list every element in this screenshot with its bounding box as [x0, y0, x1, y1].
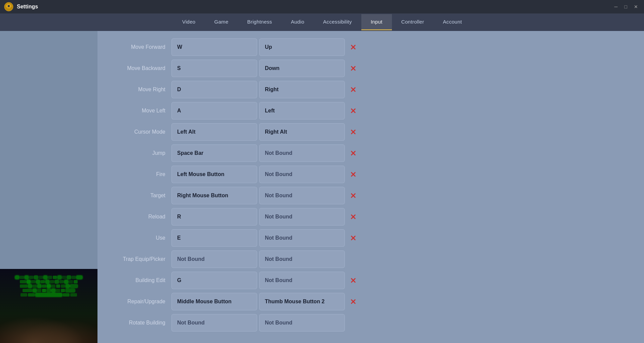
- no-clear-spacer: [347, 253, 360, 266]
- key-bindings: Left Mouse ButtonNot Bound: [171, 166, 360, 183]
- clear-binding-button[interactable]: [347, 83, 360, 96]
- keyboard-image-inner: [0, 269, 97, 343]
- tab-account[interactable]: Account: [434, 14, 471, 30]
- minimize-button[interactable]: ─: [612, 3, 620, 10]
- x-icon: [350, 192, 357, 199]
- keybinding-row: Cursor ModeLeft AltRight Alt: [104, 123, 644, 141]
- x-icon: [350, 298, 357, 305]
- primary-binding-slot[interactable]: W: [171, 38, 257, 56]
- keybindings-scroll[interactable]: Move ForwardWUpMove BackwardSDownMove Ri…: [97, 31, 644, 343]
- x-icon: [350, 107, 357, 114]
- primary-binding-slot[interactable]: Left Mouse Button: [171, 166, 257, 183]
- key-bindings: Left AltRight Alt: [171, 123, 360, 141]
- primary-binding-slot[interactable]: D: [171, 81, 257, 98]
- clear-binding-button[interactable]: [347, 62, 360, 75]
- tab-input[interactable]: Input: [361, 14, 392, 30]
- key-bindings: DRight: [171, 81, 360, 98]
- keybinding-row: Repair/UpgradeMiddle Mouse ButtonThumb M…: [104, 292, 644, 311]
- clear-binding-button[interactable]: [347, 126, 360, 138]
- secondary-binding-slot[interactable]: Thumb Mouse Button 2: [259, 293, 345, 310]
- action-label: Target: [104, 193, 171, 199]
- primary-binding-slot[interactable]: Space Bar: [171, 144, 257, 162]
- action-label: Move Backward: [104, 65, 171, 71]
- window-controls[interactable]: ─ □ ✕: [612, 3, 640, 10]
- primary-binding-slot[interactable]: Not Bound: [171, 314, 257, 332]
- keybinding-row: TargetRight Mouse ButtonNot Bound: [104, 186, 644, 205]
- tab-accessibility[interactable]: Accessibility: [314, 14, 361, 30]
- primary-binding-slot[interactable]: Left Alt: [171, 123, 257, 141]
- clear-binding-button[interactable]: [347, 189, 360, 202]
- clear-binding-button[interactable]: [347, 295, 360, 308]
- clear-binding-button[interactable]: [347, 41, 360, 54]
- secondary-binding-slot[interactable]: Not Bound: [259, 187, 345, 204]
- secondary-binding-slot[interactable]: Left: [259, 102, 345, 119]
- tab-game[interactable]: Game: [205, 14, 238, 30]
- keybinding-row: ReloadRNot Bound: [104, 207, 644, 226]
- clear-binding-button[interactable]: [347, 232, 360, 244]
- clear-binding-button[interactable]: [347, 210, 360, 223]
- settings-app-icon: [4, 2, 13, 11]
- settings-panel: Move ForwardWUpMove BackwardSDownMove Ri…: [97, 31, 644, 343]
- key-bindings: SDown: [171, 60, 360, 77]
- primary-binding-slot[interactable]: G: [171, 272, 257, 289]
- clear-binding-button[interactable]: [347, 168, 360, 181]
- app-title: Settings: [17, 4, 38, 10]
- key-bindings: ENot Bound: [171, 229, 360, 247]
- secondary-binding-slot[interactable]: Down: [259, 60, 345, 77]
- key-bindings: Space BarNot Bound: [171, 144, 360, 162]
- primary-binding-slot[interactable]: Right Mouse Button: [171, 187, 257, 204]
- secondary-binding-slot[interactable]: Up: [259, 38, 345, 56]
- secondary-binding-slot[interactable]: Not Bound: [259, 144, 345, 162]
- close-button[interactable]: ✕: [632, 3, 640, 10]
- tab-video[interactable]: Video: [173, 14, 205, 30]
- key-bindings: GNot Bound: [171, 272, 360, 289]
- secondary-binding-slot[interactable]: Not Bound: [259, 314, 345, 332]
- secondary-binding-slot[interactable]: Not Bound: [259, 250, 345, 268]
- tab-audio[interactable]: Audio: [281, 14, 314, 30]
- key-bindings: RNot Bound: [171, 208, 360, 226]
- secondary-binding-slot[interactable]: Right Alt: [259, 123, 345, 141]
- secondary-binding-slot[interactable]: Right: [259, 81, 345, 98]
- secondary-binding-slot[interactable]: Not Bound: [259, 272, 345, 289]
- main-content: Move ForwardWUpMove BackwardSDownMove Ri…: [0, 31, 644, 343]
- action-label: Rotate Building: [104, 320, 171, 326]
- action-label: Repair/Upgrade: [104, 299, 171, 305]
- key-bindings: Right Mouse ButtonNot Bound: [171, 187, 360, 204]
- keybinding-row: Rotate BuildingNot BoundNot Bound: [104, 313, 644, 332]
- primary-binding-slot[interactable]: E: [171, 229, 257, 247]
- key-bindings: Middle Mouse ButtonThumb Mouse Button 2: [171, 293, 360, 310]
- primary-binding-slot[interactable]: S: [171, 60, 257, 77]
- primary-binding-slot[interactable]: A: [171, 102, 257, 119]
- action-label: Use: [104, 235, 171, 241]
- secondary-binding-slot[interactable]: Not Bound: [259, 229, 345, 247]
- x-icon: [350, 43, 357, 51]
- action-label: Move Left: [104, 108, 171, 114]
- action-label: Building Edit: [104, 277, 171, 283]
- maximize-button[interactable]: □: [622, 3, 629, 10]
- action-label: Reload: [104, 214, 171, 220]
- keybinding-row: Move LeftALeft: [104, 101, 644, 120]
- key-bindings: Not BoundNot Bound: [171, 250, 360, 268]
- keybinding-row: FireLeft Mouse ButtonNot Bound: [104, 165, 644, 183]
- secondary-binding-slot[interactable]: Not Bound: [259, 166, 345, 183]
- clear-binding-button[interactable]: [347, 147, 360, 160]
- keyboard-image: [0, 269, 97, 343]
- primary-binding-slot[interactable]: Not Bound: [171, 250, 257, 268]
- action-label: Jump: [104, 150, 171, 156]
- x-icon: [350, 65, 357, 72]
- key-bindings: WUp: [171, 38, 360, 56]
- clear-binding-button[interactable]: [347, 104, 360, 117]
- tab-controller[interactable]: Controller: [392, 14, 434, 30]
- primary-binding-slot[interactable]: Middle Mouse Button: [171, 293, 257, 310]
- x-icon: [350, 128, 357, 136]
- clear-binding-button[interactable]: [347, 274, 360, 287]
- tab-brightness[interactable]: Brightness: [238, 14, 282, 30]
- secondary-binding-slot[interactable]: Not Bound: [259, 208, 345, 226]
- left-panel: [0, 31, 97, 343]
- primary-binding-slot[interactable]: R: [171, 208, 257, 226]
- action-label: Trap Equip/Picker: [104, 256, 171, 262]
- x-icon: [350, 234, 357, 242]
- keybinding-row: JumpSpace BarNot Bound: [104, 144, 644, 162]
- action-label: Fire: [104, 171, 171, 177]
- key-bindings: Not BoundNot Bound: [171, 314, 360, 332]
